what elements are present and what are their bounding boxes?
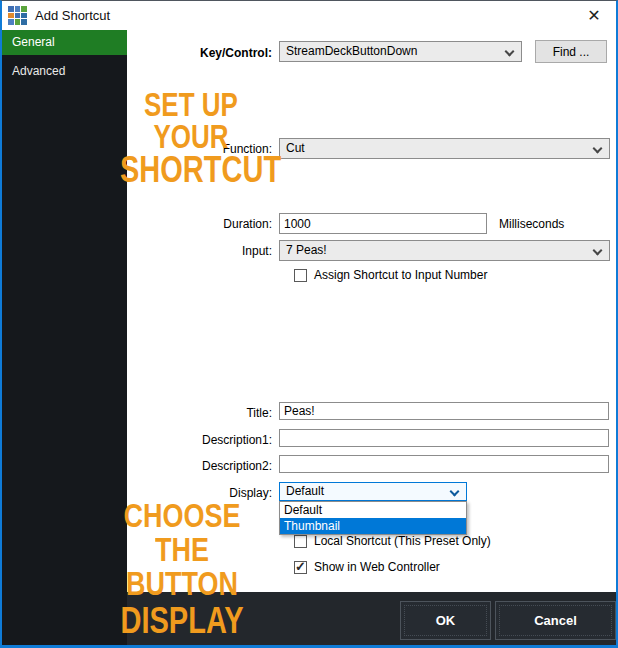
description2-input[interactable] (279, 455, 609, 473)
display-value: Default (286, 484, 324, 498)
annotation-line: SET UP (120, 85, 262, 125)
duration-label: Duration: (132, 217, 272, 231)
cancel-button[interactable]: Cancel (495, 601, 616, 640)
assign-shortcut-label: Assign Shortcut to Input Number (314, 268, 487, 282)
input-label: Input: (132, 244, 272, 258)
key-control-value: StreamDeckButtonDown (286, 44, 417, 58)
display-option-thumbnail[interactable]: Thumbnail (280, 518, 466, 534)
checkbox-box[interactable] (294, 535, 307, 548)
web-controller-checkbox[interactable]: Show in Web Controller (294, 560, 440, 574)
annotation-line: CHOOSE (108, 495, 256, 538)
input-value: 7 Peas! (286, 243, 327, 257)
checkbox-box[interactable] (294, 561, 307, 574)
display-dropdown[interactable]: Default (279, 482, 467, 501)
sidebar-item-general[interactable]: General (2, 30, 127, 55)
input-dropdown[interactable]: 7 Peas! (279, 240, 610, 261)
duration-input[interactable] (279, 213, 487, 234)
description1-input[interactable] (279, 429, 609, 447)
chevron-down-icon (505, 47, 515, 57)
ok-button[interactable]: OK (400, 601, 491, 640)
display-option-default[interactable]: Default (280, 502, 466, 518)
annotation-line: THE (108, 529, 256, 572)
display-label: Display: (132, 486, 272, 500)
title-bar: Add Shortcut ✕ (2, 1, 616, 30)
web-controller-label: Show in Web Controller (314, 560, 440, 574)
sidebar-item-advanced[interactable]: Advanced (2, 59, 127, 84)
app-grid-icon (8, 6, 27, 25)
chevron-down-icon (593, 144, 603, 154)
local-shortcut-checkbox[interactable]: Local Shortcut (This Preset Only) (294, 534, 491, 548)
add-shortcut-dialog: Add Shortcut ✕ General Advanced OK Cance… (0, 0, 618, 648)
function-dropdown[interactable]: Cut (279, 138, 610, 159)
assign-shortcut-checkbox[interactable]: Assign Shortcut to Input Number (294, 268, 487, 282)
key-control-label: Key/Control: (152, 46, 272, 60)
key-control-dropdown[interactable]: StreamDeckButtonDown (279, 41, 522, 62)
title-label: Title: (132, 406, 272, 420)
title-input[interactable] (279, 402, 609, 420)
display-options-list: Default Thumbnail (279, 501, 467, 535)
function-label: Function: (132, 142, 272, 156)
close-icon[interactable]: ✕ (583, 5, 605, 27)
milliseconds-label: Milliseconds (499, 217, 564, 231)
local-shortcut-label: Local Shortcut (This Preset Only) (314, 534, 491, 548)
checkbox-box[interactable] (294, 269, 307, 282)
chevron-down-icon (593, 246, 603, 256)
footer-bar: OK Cancel (127, 592, 616, 645)
window-title: Add Shortcut (35, 8, 110, 23)
function-value: Cut (286, 141, 305, 155)
setup-annotation: SET UP YOUR SHORTCUT (120, 89, 262, 185)
sidebar: General Advanced (2, 30, 127, 645)
description1-label: Description1: (132, 433, 272, 447)
description2-label: Description2: (132, 459, 272, 473)
find-button[interactable]: Find ... (535, 40, 607, 63)
chevron-down-icon (450, 487, 460, 497)
